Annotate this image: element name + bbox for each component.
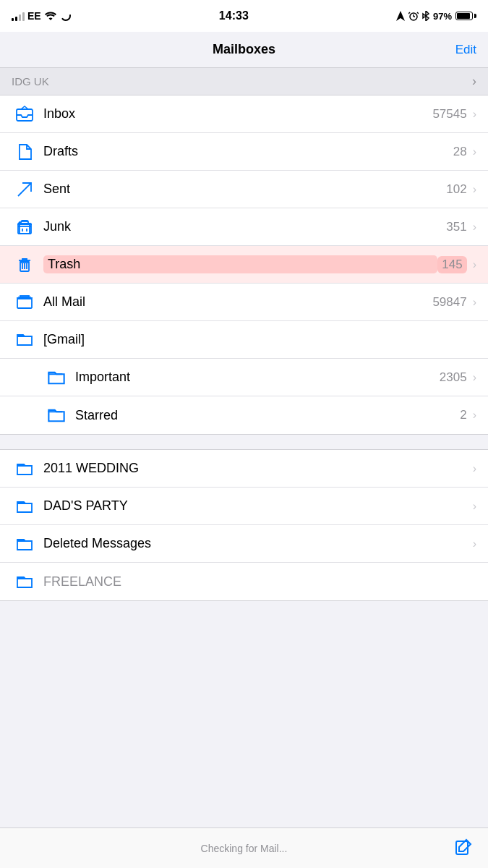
allmail-label: All Mail — [43, 294, 432, 310]
drafts-count: 28 — [453, 145, 467, 159]
trash-icon — [12, 255, 38, 274]
allmail-chevron: › — [473, 296, 476, 309]
important-folder-icon — [43, 368, 69, 387]
mailbox-item-deleted[interactable]: Deleted Messages › — [0, 525, 488, 563]
trash-label: Trash — [43, 255, 437, 273]
important-chevron: › — [473, 371, 476, 384]
mailbox-item-starred[interactable]: Starred 2 › — [0, 396, 488, 434]
gmail-label: [Gmail] — [43, 332, 476, 347]
mailbox-item-inbox[interactable]: Inbox 57545 › — [0, 95, 488, 133]
folder-list: 2011 WEDDING › DAD'S PARTY › Deleted Mes… — [0, 449, 488, 601]
deleted-chevron: › — [473, 537, 476, 550]
status-right: 97% — [396, 11, 476, 22]
sent-icon — [12, 180, 38, 199]
edit-button[interactable]: Edit — [455, 43, 476, 57]
mailbox-list: Inbox 57545 › Drafts 28 › Sent 102 › — [0, 95, 488, 435]
compose-button[interactable] — [453, 837, 474, 860]
mailbox-item-dadsparty[interactable]: DAD'S PARTY › — [0, 488, 488, 525]
starred-count: 2 — [460, 408, 466, 422]
mailbox-item-wedding[interactable]: 2011 WEDDING › — [0, 450, 488, 488]
checking-status: Checking for Mail... — [0, 843, 488, 854]
allmail-icon — [12, 293, 38, 312]
drafts-icon — [12, 142, 38, 161]
dadsparty-chevron: › — [473, 500, 476, 513]
mailbox-item-trash[interactable]: Trash 145 › — [0, 246, 488, 284]
folder-icon — [12, 331, 38, 349]
wedding-folder-icon — [12, 459, 38, 478]
status-time: 14:33 — [219, 9, 249, 22]
inbox-count: 57545 — [432, 107, 466, 122]
section-header[interactable]: IDG UK › — [0, 68, 488, 95]
status-left: EE — [12, 10, 72, 22]
mailbox-item-freelance[interactable]: FREELANCE — [0, 563, 488, 600]
nav-bar: Mailboxes Edit — [0, 32, 488, 68]
svg-line-5 — [18, 183, 31, 196]
svg-rect-18 — [17, 299, 32, 308]
sent-label: Sent — [43, 182, 446, 197]
mailbox-item-junk[interactable]: Junk 351 › — [0, 208, 488, 246]
starred-label: Starred — [75, 408, 460, 423]
starred-folder-icon — [43, 406, 69, 425]
trash-chevron: › — [473, 258, 476, 271]
dadsparty-folder-icon — [12, 497, 38, 516]
mailbox-item-drafts[interactable]: Drafts 28 › — [0, 133, 488, 171]
sent-count: 102 — [446, 182, 466, 197]
deleted-folder-icon — [12, 535, 38, 553]
section-header-label: IDG UK — [12, 75, 49, 88]
mailbox-item-gmail[interactable]: [Gmail] — [0, 321, 488, 359]
signal-icon — [12, 11, 25, 21]
mailbox-item-sent[interactable]: Sent 102 › — [0, 171, 488, 208]
bottom-bar: Checking for Mail... — [0, 827, 488, 868]
junk-label: Junk — [43, 219, 446, 234]
important-label: Important — [75, 370, 440, 385]
mailbox-item-important[interactable]: Important 2305 › — [0, 359, 488, 396]
status-bar: EE 14:33 97% — [0, 0, 488, 32]
carrier-label: EE — [27, 10, 41, 22]
starred-chevron: › — [473, 409, 476, 422]
svg-point-0 — [61, 12, 70, 20]
junk-icon — [12, 218, 38, 237]
freelance-folder-icon — [12, 572, 38, 591]
battery-percentage: 97% — [433, 11, 452, 22]
dadsparty-label: DAD'S PARTY — [43, 498, 471, 514]
wedding-chevron: › — [473, 462, 476, 475]
important-count: 2305 — [440, 370, 467, 385]
junk-chevron: › — [473, 221, 476, 234]
battery-icon — [455, 12, 476, 20]
junk-count: 351 — [446, 220, 466, 234]
deleted-label: Deleted Messages — [43, 536, 471, 551]
loading-icon — [60, 10, 72, 22]
freelance-label: FREELANCE — [43, 574, 476, 590]
location-icon — [396, 11, 405, 21]
inbox-chevron: › — [473, 108, 476, 121]
wifi-icon — [44, 11, 57, 21]
inbox-icon — [12, 105, 38, 124]
alarm-icon — [408, 11, 419, 21]
trash-count: 145 — [437, 256, 466, 273]
sent-chevron: › — [473, 183, 476, 196]
wedding-label: 2011 WEDDING — [43, 461, 471, 476]
inbox-label: Inbox — [43, 106, 432, 122]
allmail-count: 59847 — [432, 295, 466, 310]
svg-rect-22 — [20, 296, 29, 297]
drafts-chevron: › — [473, 145, 476, 158]
bluetooth-icon — [422, 11, 429, 21]
svg-rect-10 — [20, 224, 30, 234]
mailbox-item-allmail[interactable]: All Mail 59847 › — [0, 284, 488, 321]
page-title: Mailboxes — [213, 42, 275, 57]
chevron-down-icon: › — [472, 74, 476, 89]
drafts-label: Drafts — [43, 144, 453, 159]
